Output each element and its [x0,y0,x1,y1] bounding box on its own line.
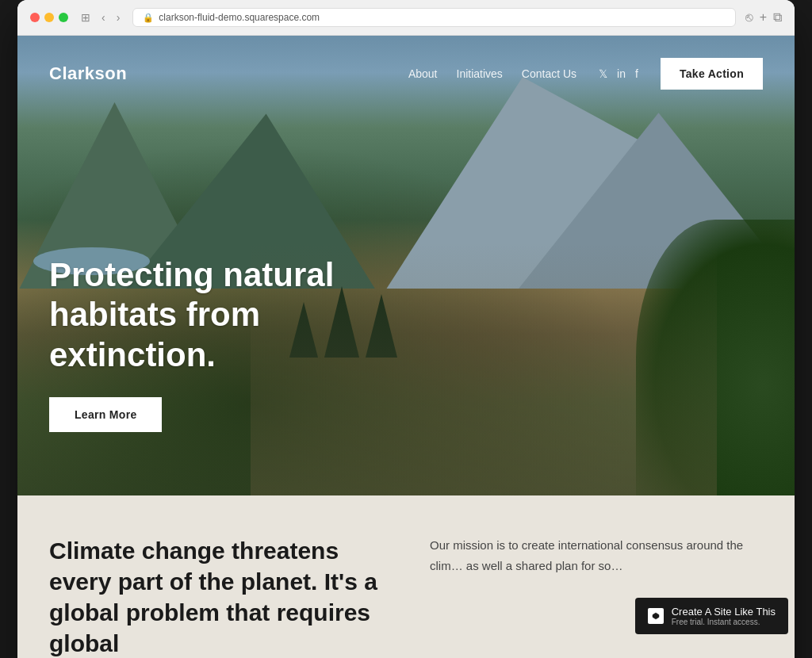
lock-icon: 🔒 [143,13,154,23]
nav-links: About Initiatives Contact Us [408,67,576,80]
hero-content: Protecting natural habitats from extinct… [49,255,430,432]
badge-sub-text: Free trial. Instant access. [672,618,776,626]
forward-icon[interactable]: › [113,10,124,25]
badge-main-text: Create A Site Like This [672,606,776,618]
take-action-button[interactable]: Take Action [661,58,763,90]
social-links: 𝕏 in f [599,67,638,80]
browser-window: ⊞ ‹ › 🔒 clarkson-fluid-demo.squarespace.… [17,0,795,658]
nav-about[interactable]: About [408,67,438,80]
squarespace-badge[interactable]: Create A Site Like This Free trial. Inst… [635,598,788,634]
traffic-lights [30,13,68,22]
learn-more-button[interactable]: Learn More [49,397,162,432]
hero-section: Clarkson About Initiatives Contact Us 𝕏 … [17,36,795,495]
badge-text-container: Create A Site Like This Free trial. Inst… [672,606,776,626]
below-fold-left: Climate change threatens every part of t… [49,535,382,658]
maximize-button[interactable] [59,13,68,22]
share-icon[interactable]: ⎋ [745,10,753,25]
tabs-icon[interactable]: ⧉ [773,10,782,25]
browser-chrome: ⊞ ‹ › 🔒 clarkson-fluid-demo.squarespace.… [17,0,795,36]
twitter-link[interactable]: 𝕏 [599,67,607,80]
below-fold-right: Our mission is to create international c… [430,535,763,658]
nav-initiatives[interactable]: Initiatives [457,67,503,80]
minimize-button[interactable] [44,13,54,22]
navbar: Clarkson About Initiatives Contact Us 𝕏 … [17,36,795,112]
browser-controls: ⊞ ‹ › [78,10,123,25]
brand-logo[interactable]: Clarkson [49,63,127,84]
below-fold-body: Our mission is to create international c… [430,535,763,576]
new-tab-icon[interactable]: + [760,10,767,25]
website-content: Clarkson About Initiatives Contact Us 𝕏 … [17,36,795,658]
navbar-right: About Initiatives Contact Us 𝕏 in f Take… [408,58,763,90]
back-icon[interactable]: ‹ [98,10,109,25]
address-bar[interactable]: 🔒 clarkson-fluid-demo.squarespace.com [132,8,735,27]
squarespace-logo [648,608,664,624]
hero-title: Protecting natural habitats from extinct… [49,255,430,375]
facebook-link[interactable]: f [635,67,638,80]
nav-contact[interactable]: Contact Us [522,67,576,80]
browser-actions: ⎋ + ⧉ [745,10,782,25]
url-text: clarkson-fluid-demo.squarespace.com [159,12,320,23]
close-button[interactable] [30,13,40,22]
linkedin-link[interactable]: in [617,67,626,80]
sidebar-toggle-icon[interactable]: ⊞ [78,10,94,25]
below-fold-heading: Climate change threatens every part of t… [49,535,382,658]
